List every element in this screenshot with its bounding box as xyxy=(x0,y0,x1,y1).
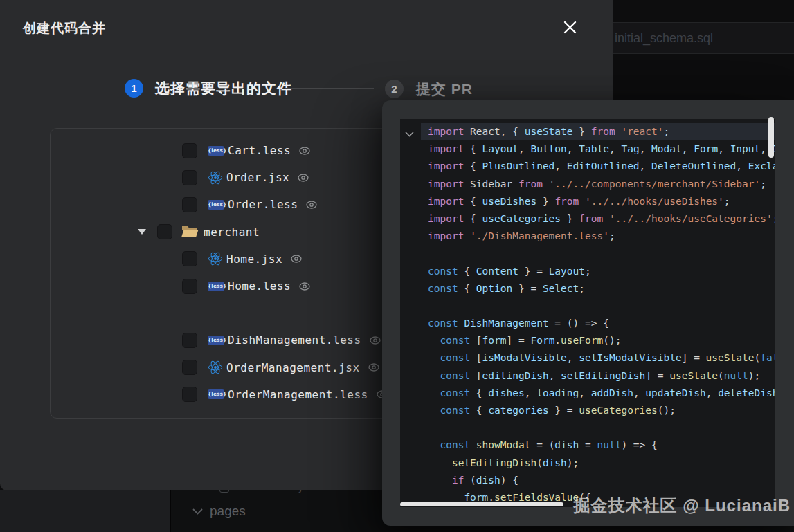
screen: initial_schema.sql y pages 创建代码合并 1 选择需要… xyxy=(0,0,794,532)
code-line: const { Option } = Select; xyxy=(428,280,775,297)
code-line: import React, { useState } from 'react'; xyxy=(421,123,775,140)
vertical-scrollbar[interactable] xyxy=(768,117,774,158)
eye-icon[interactable] xyxy=(299,282,310,291)
less-icon: {less} xyxy=(208,200,224,210)
code-editor[interactable]: import React, { useState } from 'react';… xyxy=(400,119,775,507)
close-icon xyxy=(563,21,577,34)
file-name: OrderManagement.jsx xyxy=(226,361,360,374)
code-line: const DishManagement = () => { xyxy=(428,315,775,332)
horizontal-scrollbar[interactable] xyxy=(400,502,563,506)
checkbox[interactable] xyxy=(182,333,197,348)
step-1-indicator[interactable]: 1 xyxy=(125,79,143,98)
code-line xyxy=(428,297,775,315)
code-line: import './DishManagement.less'; xyxy=(428,228,775,245)
react-icon xyxy=(208,360,223,374)
background-pages-label: pages xyxy=(210,504,246,519)
code-line xyxy=(428,419,775,437)
code-line: import { useCategories } from '../../hoo… xyxy=(428,210,775,228)
code-line: if (dish) { xyxy=(428,472,775,489)
background-file-name: initial_schema.sql xyxy=(615,31,713,45)
code-line xyxy=(428,245,775,262)
file-name: Home.less xyxy=(228,279,291,293)
file-name: OrderManagement.less xyxy=(228,388,368,401)
eye-icon[interactable] xyxy=(368,363,379,372)
eye-icon[interactable] xyxy=(306,201,317,209)
code-line: import { PlusOutlined, EditOutlined, Del… xyxy=(428,158,775,175)
folder-icon xyxy=(181,225,199,239)
checkbox[interactable] xyxy=(157,224,172,239)
step-1-label: 选择需要导出的文件 xyxy=(155,79,292,98)
expand-caret-icon[interactable] xyxy=(138,229,146,235)
code-line: const [editingDish, setEditingDish] = us… xyxy=(428,367,775,385)
file-name: Order.jsx xyxy=(226,171,289,184)
close-button[interactable] xyxy=(559,18,580,39)
background-sidebar xyxy=(0,490,171,532)
react-icon xyxy=(208,252,223,266)
code-line: const [form] = Form.useForm(); xyxy=(428,332,775,349)
less-icon: {less} xyxy=(208,282,224,291)
code-line: const { dishes, loading, addDish, update… xyxy=(428,385,775,402)
chevron-down-icon xyxy=(192,508,203,515)
eye-icon[interactable] xyxy=(299,147,310,155)
less-icon: {less} xyxy=(208,336,224,345)
background-file-tab: initial_schema.sql xyxy=(613,22,794,54)
file-name: Order.less xyxy=(228,198,298,211)
code-line: import Sidebar from '../../components/me… xyxy=(428,176,775,193)
code-line: setEditingDish(dish); xyxy=(428,455,775,472)
code-line: import { Layout, Button, Table, Tag, Mod… xyxy=(428,140,775,158)
background-pages-item: pages xyxy=(192,504,246,519)
less-icon: {less} xyxy=(208,389,224,399)
checkbox[interactable] xyxy=(182,387,197,402)
step-connector xyxy=(285,88,374,89)
code-lines: import React, { useState } from 'react';… xyxy=(428,123,775,506)
checkbox[interactable] xyxy=(182,197,197,212)
step-2-label: 提交 PR xyxy=(416,80,473,98)
ide-editor-background: initial_schema.sql xyxy=(613,0,794,100)
code-line: const [isModalVisible, setIsModalVisible… xyxy=(428,349,775,367)
code-line: const { Content } = Layout; xyxy=(428,263,775,280)
code-line: const showModal = (dish = null) => { xyxy=(428,437,775,454)
step-2-indicator[interactable]: 2 xyxy=(385,80,404,98)
code-preview-panel: import React, { useState } from 'react';… xyxy=(382,100,794,526)
less-icon: {less} xyxy=(208,146,224,156)
collapse-chevron-icon[interactable] xyxy=(405,127,414,140)
code-line: const { categories } = useCategories(); xyxy=(428,402,775,419)
modal-title: 创建代码合并 xyxy=(23,19,106,37)
checkbox[interactable] xyxy=(182,360,197,375)
folder-name: merchant xyxy=(204,226,260,239)
eye-icon[interactable] xyxy=(291,255,302,263)
eye-icon[interactable] xyxy=(298,174,309,182)
eye-icon[interactable] xyxy=(370,336,381,345)
checkbox[interactable] xyxy=(182,279,197,294)
code-line: import { useDishes } from '../../hooks/u… xyxy=(428,193,775,210)
checkbox[interactable] xyxy=(182,143,197,158)
react-icon xyxy=(208,171,223,185)
file-name: DishManagement.less xyxy=(228,333,361,347)
checkbox[interactable] xyxy=(182,251,197,266)
file-name: Cart.less xyxy=(228,144,291,157)
file-name: Home.jsx xyxy=(226,253,282,266)
checkbox[interactable] xyxy=(182,170,197,185)
watermark: 掘金技术社区 @ LucianaiB xyxy=(574,495,791,517)
